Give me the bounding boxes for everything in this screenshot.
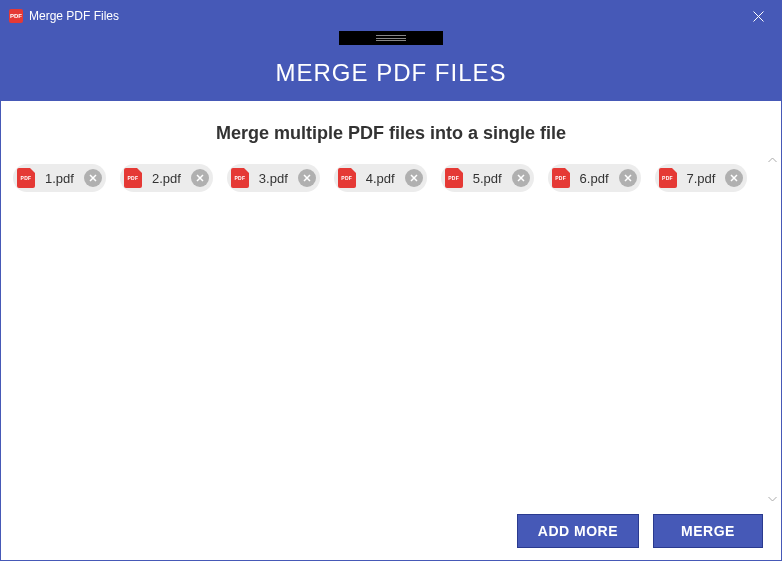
pdf-icon: PDF (17, 168, 35, 188)
file-chip-list: PDF1.pdfPDF2.pdfPDF3.pdfPDF4.pdfPDF5.pdf… (11, 164, 771, 192)
remove-file-button[interactable] (725, 169, 743, 187)
close-icon (89, 174, 97, 182)
add-more-button[interactable]: ADD MORE (517, 514, 639, 548)
remove-file-button[interactable] (84, 169, 102, 187)
titlebar: PDF Merge PDF Files (1, 1, 781, 31)
pdf-icon: PDF (231, 168, 249, 188)
pdf-icon: PDF (124, 168, 142, 188)
close-icon (624, 174, 632, 182)
close-icon (517, 174, 525, 182)
files-area: PDF1.pdfPDF2.pdfPDF3.pdfPDF4.pdfPDF5.pdf… (11, 164, 771, 192)
close-icon (196, 174, 204, 182)
main-content: Merge multiple PDF files into a single f… (1, 101, 781, 560)
drag-handle[interactable] (339, 31, 443, 45)
close-icon (410, 174, 418, 182)
drag-handle-icon (376, 35, 406, 41)
window-title: Merge PDF Files (29, 9, 119, 23)
file-chip[interactable]: PDF4.pdf (334, 164, 427, 192)
chevron-up-icon (768, 157, 777, 163)
remove-file-button[interactable] (191, 169, 209, 187)
header-band: MERGE PDF FILES (1, 31, 781, 101)
remove-file-button[interactable] (405, 169, 423, 187)
merge-button[interactable]: MERGE (653, 514, 763, 548)
pdf-icon: PDF (552, 168, 570, 188)
file-chip[interactable]: PDF2.pdf (120, 164, 213, 192)
file-name-label: 4.pdf (364, 171, 397, 186)
pdf-icon: PDF (338, 168, 356, 188)
app-icon: PDF (9, 9, 23, 23)
close-button[interactable] (736, 1, 781, 31)
scroll-down-button[interactable] (765, 492, 779, 506)
scroll-up-button[interactable] (765, 153, 779, 167)
file-chip[interactable]: PDF6.pdf (548, 164, 641, 192)
footer-actions: ADD MORE MERGE (517, 514, 763, 548)
pdf-icon: PDF (445, 168, 463, 188)
file-name-label: 7.pdf (685, 171, 718, 186)
file-name-label: 2.pdf (150, 171, 183, 186)
file-name-label: 3.pdf (257, 171, 290, 186)
file-name-label: 1.pdf (43, 171, 76, 186)
close-icon (730, 174, 738, 182)
chevron-down-icon (768, 496, 777, 502)
remove-file-button[interactable] (298, 169, 316, 187)
remove-file-button[interactable] (619, 169, 637, 187)
app-icon-label: PDF (10, 13, 22, 19)
pdf-icon: PDF (659, 168, 677, 188)
file-name-label: 6.pdf (578, 171, 611, 186)
file-chip[interactable]: PDF3.pdf (227, 164, 320, 192)
page-subtitle: Merge multiple PDF files into a single f… (11, 123, 771, 144)
file-chip[interactable]: PDF5.pdf (441, 164, 534, 192)
file-name-label: 5.pdf (471, 171, 504, 186)
titlebar-left: PDF Merge PDF Files (9, 9, 119, 23)
file-chip[interactable]: PDF1.pdf (13, 164, 106, 192)
file-chip[interactable]: PDF7.pdf (655, 164, 748, 192)
close-icon (303, 174, 311, 182)
remove-file-button[interactable] (512, 169, 530, 187)
close-icon (753, 11, 764, 22)
